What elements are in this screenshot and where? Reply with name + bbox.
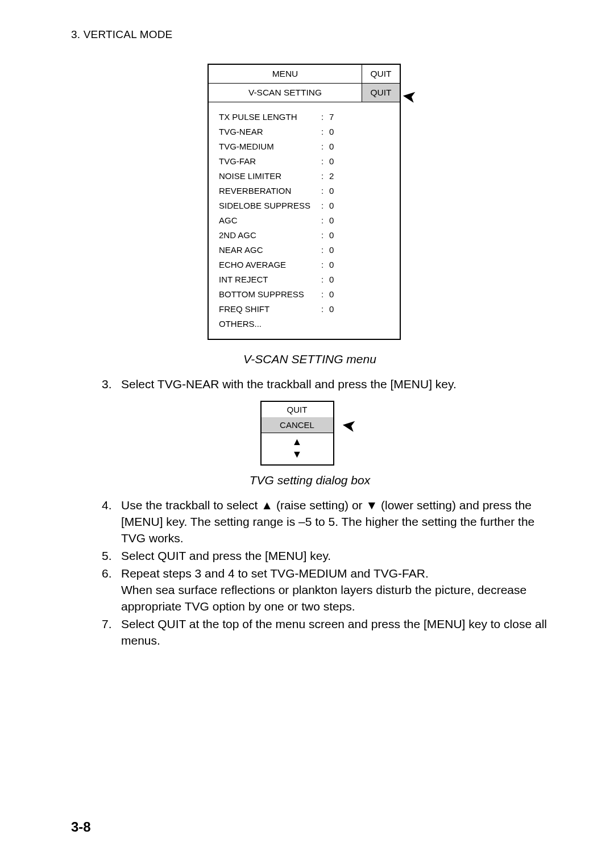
menu-item-value: 0	[329, 304, 334, 314]
menu-item-value: 0	[329, 245, 334, 255]
dialog-box: QUIT CANCEL ▲ ▼	[260, 401, 334, 466]
menu-item-separator: :	[321, 171, 329, 181]
menu-item[interactable]: REVERBERATION:0	[219, 183, 389, 198]
menu-sub-row: V-SCAN SETTING QUIT	[209, 84, 400, 102]
menu-figure: MENU QUIT V-SCAN SETTING QUIT TX PULSE L…	[208, 64, 412, 340]
menu-item-label: REVERBERATION	[219, 186, 321, 196]
menu-item-separator: :	[321, 304, 329, 314]
dialog-quit[interactable]: QUIT	[262, 402, 333, 417]
figure-caption-1: V-SCAN SETTING menu	[71, 352, 549, 366]
menu-body: TX PULSE LENGTH:7TVG-NEAR:0TVG-MEDIUM:0T…	[209, 102, 400, 339]
dialog-cancel[interactable]: CANCEL	[262, 417, 333, 433]
menu-item-value: 7	[329, 112, 334, 122]
menu-item-label: NEAR AGC	[219, 245, 321, 255]
menu-item-label: TX PULSE LENGTH	[219, 112, 321, 122]
step-number: 3.	[102, 376, 121, 393]
menu-item-separator: :	[321, 186, 329, 196]
menu-item-separator: :	[321, 215, 329, 225]
menu-item-label: NOISE LIMITER	[219, 171, 321, 181]
step-5: 5. Select QUIT and press the [MENU] key.	[102, 548, 549, 564]
instruction-list: 3. Select TVG-NEAR with the trackball an…	[102, 376, 549, 393]
menu-item[interactable]: 2ND AGC:0	[219, 227, 389, 242]
menu-item-value: 0	[329, 275, 334, 284]
menu-header-row: MENU QUIT	[209, 65, 400, 84]
menu-item-separator: :	[321, 230, 329, 240]
menu-item[interactable]: BOTTOM SUPPRESS:0	[219, 286, 389, 301]
menu-item[interactable]: INT REJECT:0	[219, 272, 389, 286]
step-number: 5.	[102, 548, 121, 564]
step-text: Use the trackball to select ▲ (raise set…	[121, 497, 549, 547]
menu-item[interactable]: OTHERS...	[219, 316, 389, 331]
menu-item-value: 0	[329, 289, 334, 299]
menu-item-value: 0	[329, 201, 334, 210]
menu-item[interactable]: AGC:0	[219, 213, 389, 227]
menu-item-separator: :	[321, 112, 329, 122]
menu-item-value: 0	[329, 142, 334, 151]
dialog-arrows[interactable]: ▲ ▼	[262, 433, 333, 464]
menu-item[interactable]: TVG-FAR:0	[219, 153, 389, 168]
menu-box: MENU QUIT V-SCAN SETTING QUIT TX PULSE L…	[208, 64, 401, 340]
menu-item-separator: :	[321, 201, 329, 210]
menu-item-label: FREQ SHIFT	[219, 304, 321, 314]
menu-item-separator: :	[321, 142, 329, 151]
step-4: 4. Use the trackball to select ▲ (raise …	[102, 497, 549, 547]
menu-item-label: SIDELOBE SUPPRESS	[219, 201, 321, 210]
menu-item-value: 0	[329, 230, 334, 240]
step-number: 7.	[102, 616, 121, 649]
menu-item-value: 0	[329, 215, 334, 225]
menu-subtitle: V-SCAN SETTING	[209, 84, 362, 102]
menu-item-separator: :	[321, 127, 329, 136]
arrow-down-icon[interactable]: ▼	[262, 448, 333, 461]
menu-item-value: 0	[329, 186, 334, 196]
step-text: Select QUIT at the top of the menu scree…	[121, 616, 549, 649]
menu-item-label: AGC	[219, 215, 321, 225]
menu-item-value: 0	[329, 260, 334, 269]
menu-item-label: INT REJECT	[219, 275, 321, 284]
menu-item-label: OTHERS...	[219, 319, 321, 329]
menu-item-separator: :	[321, 260, 329, 269]
step-7: 7. Select QUIT at the top of the menu sc…	[102, 616, 549, 649]
menu-item-label: BOTTOM SUPPRESS	[219, 289, 321, 299]
menu-item-label: TVG-MEDIUM	[219, 142, 321, 151]
cursor-icon: ➤	[401, 86, 418, 105]
menu-title: MENU	[209, 65, 362, 83]
step-text: Select TVG-NEAR with the trackball and p…	[121, 376, 549, 393]
menu-item[interactable]: ECHO AVERAGE:0	[219, 257, 389, 272]
step-number: 4.	[102, 497, 121, 547]
step-number: 6.	[102, 566, 121, 615]
menu-item[interactable]: TX PULSE LENGTH:7	[219, 109, 389, 124]
menu-item-label: 2ND AGC	[219, 230, 321, 240]
instruction-list-2: 4. Use the trackball to select ▲ (raise …	[102, 497, 549, 649]
menu-item[interactable]: FREQ SHIFT:0	[219, 301, 389, 316]
menu-item-value: 0	[329, 127, 334, 136]
menu-item[interactable]: NOISE LIMITER:2	[219, 168, 389, 183]
menu-item-label: ECHO AVERAGE	[219, 260, 321, 269]
dialog-figure: QUIT CANCEL ▲ ▼ ➤	[260, 401, 360, 466]
figure-caption-2: TVG setting dialog box	[71, 474, 549, 487]
menu-quit-sub[interactable]: QUIT	[362, 84, 400, 102]
menu-item-separator: :	[321, 275, 329, 284]
step-text: Select QUIT and press the [MENU] key.	[121, 548, 549, 564]
menu-item[interactable]: TVG-MEDIUM:0	[219, 139, 389, 153]
step-6: 6. Repeat steps 3 and 4 to set TVG-MEDIU…	[102, 566, 549, 615]
menu-item-label: TVG-FAR	[219, 156, 321, 166]
menu-item[interactable]: TVG-NEAR:0	[219, 124, 389, 139]
menu-item-label: TVG-NEAR	[219, 127, 321, 136]
cursor-icon: ➤	[341, 416, 358, 434]
menu-item[interactable]: NEAR AGC:0	[219, 242, 389, 257]
step-3: 3. Select TVG-NEAR with the trackball an…	[102, 376, 549, 393]
menu-item-separator: :	[321, 289, 329, 299]
menu-quit-top[interactable]: QUIT	[362, 65, 400, 83]
arrow-up-icon[interactable]: ▲	[262, 435, 333, 448]
menu-item-value: 0	[329, 156, 334, 166]
page-number: 3-8	[71, 819, 91, 835]
menu-item[interactable]: SIDELOBE SUPPRESS:0	[219, 198, 389, 213]
step-text: Repeat steps 3 and 4 to set TVG-MEDIUM a…	[121, 566, 549, 615]
menu-item-separator: :	[321, 245, 329, 255]
menu-item-separator: :	[321, 156, 329, 166]
section-header: 3. VERTICAL MODE	[71, 28, 549, 41]
menu-item-value: 2	[329, 171, 334, 181]
